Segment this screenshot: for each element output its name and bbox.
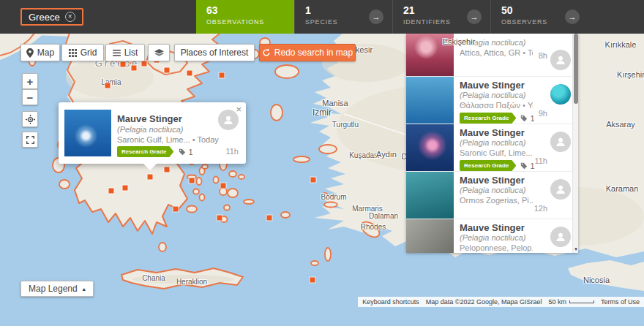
observation-marker[interactable]: [105, 83, 111, 88]
go-arrow-icon[interactable]: →: [467, 10, 482, 24]
tab-observers[interactable]: 50 OBSERVERS →: [490, 0, 588, 34]
remove-filter-icon[interactable]: ×: [65, 12, 75, 22]
list-item[interactable]: Mauve Stinger (Pelagia noctiluca) Saroni…: [406, 124, 578, 172]
observation-photo[interactable]: [406, 34, 454, 76]
map-legend-button[interactable]: Map Legend ▴: [20, 281, 94, 297]
species-sciname: (Pelagia noctiluca): [460, 233, 533, 243]
tab-identifiers[interactable]: 21 IDENTIFIERS →: [392, 0, 490, 34]
avatar[interactable]: [218, 110, 239, 130]
observation-photo[interactable]: [406, 219, 454, 253]
observation-marker[interactable]: [132, 66, 137, 71]
observation-marker[interactable]: [121, 62, 126, 67]
tag-icon: [179, 148, 186, 156]
terms-of-use-link[interactable]: Terms of Use: [601, 298, 640, 306]
observation-marker[interactable]: [109, 189, 114, 194]
species-name[interactable]: Mauve Stinger: [117, 113, 182, 124]
observation-photo[interactable]: [406, 172, 454, 219]
observation-location: Attica, Attica, GR • Today: [460, 48, 533, 58]
observation-marker[interactable]: [220, 73, 225, 78]
observation-marker[interactable]: [221, 183, 226, 189]
map-area[interactable]: GreeceLamiaBalıkesirKırıkkaleKırşehirMan…: [0, 34, 644, 326]
stats-tabs: 63 OBSERVATIONS 1 SPECIES → 21 IDENTIFIE…: [196, 0, 588, 34]
species-sciname: (Pelagia noctiluca): [460, 186, 533, 195]
header-bar: Greece × 63 OBSERVATIONS 1 SPECIES → 21 …: [0, 0, 644, 34]
tag-icon: [520, 162, 528, 170]
id-count-value: 1: [188, 148, 192, 156]
go-arrow-icon[interactable]: →: [369, 10, 383, 24]
observation-photo[interactable]: [64, 110, 111, 156]
scrollbar-thumb[interactable]: [574, 34, 578, 104]
species-name: Mauve Stinger: [460, 80, 533, 91]
observation-marker[interactable]: [165, 68, 170, 73]
avatar[interactable]: [550, 50, 571, 70]
avatar[interactable]: [550, 132, 571, 152]
observation-location: Saronic Gulf, Lime... • Today: [117, 135, 219, 144]
list-item[interactable]: (Pelagia noctiluca) Attica, Attica, GR •…: [406, 34, 578, 77]
observation-marker[interactable]: [173, 207, 179, 212]
observation-marker[interactable]: [148, 175, 153, 180]
observation-photo[interactable]: [406, 77, 454, 124]
observation-marker[interactable]: [142, 61, 147, 67]
tab-observations[interactable]: 63 OBSERVATIONS: [196, 0, 294, 34]
identification-count: 1: [520, 162, 534, 170]
scale-bar: [569, 300, 594, 303]
panel-scrollbar[interactable]: ▾: [572, 34, 578, 253]
layers-button[interactable]: [148, 44, 170, 61]
list-item[interactable]: Mauve Stinger (Pelagia noctiluca) Pelopo…: [406, 219, 578, 253]
scroll-down-icon[interactable]: ▾: [573, 246, 579, 252]
observation-marker[interactable]: [190, 178, 195, 183]
map-scale[interactable]: 50 km: [548, 298, 594, 306]
person-icon: [555, 54, 566, 66]
species-name: Mauve Stinger: [460, 175, 533, 186]
identification-count: 1: [520, 114, 534, 123]
map-legend-label: Map Legend: [29, 284, 78, 294]
zoom-in-button[interactable]: +: [22, 73, 38, 89]
research-grade-badge: Research Grade: [117, 146, 173, 157]
go-arrow-icon[interactable]: →: [565, 10, 580, 24]
badge-row: Research Grade 1: [460, 113, 533, 124]
observation-marker[interactable]: [267, 216, 272, 221]
redo-search-button[interactable]: Redo search in map: [259, 44, 356, 61]
observations-label: OBSERVATIONS: [206, 18, 294, 26]
grid-view-button[interactable]: Grid: [61, 44, 104, 61]
scale-label: 50 km: [548, 298, 566, 306]
map-pin-icon: [26, 48, 34, 58]
observation-details: (Pelagia noctiluca) Attica, Attica, GR •…: [460, 38, 533, 58]
places-of-interest-button[interactable]: Places of Interest: [174, 44, 255, 61]
list-view-button[interactable]: List: [105, 44, 145, 61]
time-ago: 11h: [534, 156, 547, 165]
observation-marker[interactable]: [310, 278, 315, 283]
plus-icon: +: [27, 75, 34, 88]
avatar[interactable]: [550, 84, 571, 105]
list-item[interactable]: Mauve Stinger (Pelagia noctiluca) Θάλασσ…: [406, 77, 578, 124]
tab-species[interactable]: 1 SPECIES →: [294, 0, 392, 34]
observation-marker[interactable]: [165, 167, 170, 173]
research-grade-badge: Research Grade: [460, 160, 516, 171]
observation-popup: × Mauve Stinger (Pelagia noctiluca) Saro…: [59, 102, 246, 164]
species-sciname: (Pelagia noctiluca): [460, 91, 533, 100]
observation-marker[interactable]: [187, 71, 192, 76]
observation-details: Mauve Stinger (Pelagia noctiluca) Pelopo…: [460, 222, 533, 253]
badge-row: Research Grade 1: [117, 146, 193, 157]
observation-marker[interactable]: [123, 186, 128, 191]
observation-details: Mauve Stinger (Pelagia noctiluca) Θάλασσ…: [460, 80, 533, 124]
close-icon[interactable]: ×: [236, 104, 242, 115]
fullscreen-button[interactable]: [22, 132, 38, 148]
locate-icon: [26, 115, 35, 124]
zoom-out-button[interactable]: −: [22, 89, 38, 105]
observation-details: Mauve Stinger (Pelagia noctiluca) Ormos …: [460, 175, 533, 205]
observation-photo[interactable]: [406, 124, 454, 171]
species-sciname: (Pelagia noctiluca): [117, 125, 184, 134]
minus-icon: −: [27, 91, 34, 104]
observation-marker[interactable]: [311, 178, 316, 183]
places-of-interest-label: Places of Interest: [181, 48, 249, 58]
list-item[interactable]: Mauve Stinger (Pelagia noctiluca) Ormos …: [406, 172, 578, 219]
species-sciname: (Pelagia noctiluca): [460, 138, 533, 148]
keyboard-shortcuts-link[interactable]: Keyboard shortcuts: [362, 298, 419, 306]
place-filter-chip[interactable]: Greece ×: [20, 8, 83, 26]
avatar[interactable]: [550, 227, 571, 247]
observation-marker[interactable]: [217, 216, 222, 221]
my-location-button[interactable]: [22, 111, 38, 127]
map-view-button[interactable]: Map: [20, 44, 60, 61]
avatar[interactable]: [550, 179, 571, 200]
